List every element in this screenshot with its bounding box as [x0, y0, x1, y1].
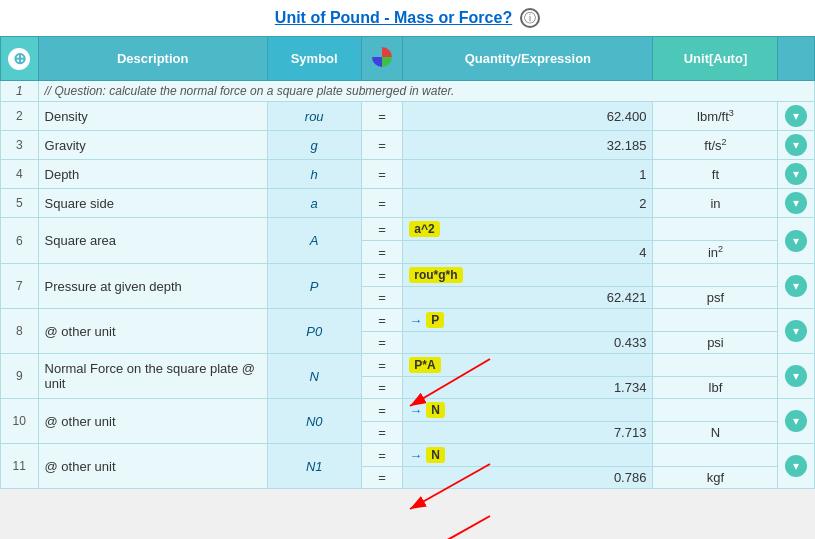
description-cell: Depth — [38, 160, 267, 189]
symbol-cell: A — [267, 218, 361, 264]
symbol-cell: a — [267, 189, 361, 218]
description-cell: Gravity — [38, 131, 267, 160]
expr-cell: P*A — [403, 354, 653, 377]
dropdown-cell[interactable]: ▾ — [778, 264, 815, 309]
equals-cell: = — [361, 399, 403, 422]
equals-cell: = — [361, 309, 403, 332]
dropdown-cell[interactable]: ▾ — [778, 160, 815, 189]
symbol-cell: g — [267, 131, 361, 160]
description-cell: Normal Force on the square plate @ unit — [38, 354, 267, 399]
unit-header: Unit[Auto] — [653, 37, 778, 81]
row-number: 6 — [1, 218, 39, 264]
value-cell: 0.433 — [403, 332, 653, 354]
equals-cell: = — [361, 160, 403, 189]
value-cell: 1 — [403, 160, 653, 189]
table-row: 11 @ other unit N1 = → N ▾ — [1, 444, 815, 467]
symbol-cell: N — [267, 354, 361, 399]
description-header: Description — [38, 37, 267, 81]
value-cell: 62.400 — [403, 102, 653, 131]
dropdown-button[interactable]: ▾ — [785, 410, 807, 432]
svg-line-3 — [410, 516, 490, 539]
equals-cell: = — [361, 467, 403, 489]
table-body: 1 // Question: calculate the normal forc… — [1, 81, 815, 489]
symbol-cell: N1 — [267, 444, 361, 489]
title-bar: Unit of Pound - Mass or Force? ⓘ — [0, 8, 815, 28]
dropdown-button[interactable]: ▾ — [785, 455, 807, 477]
dropdown-button[interactable]: ▾ — [785, 365, 807, 387]
unit-cell-empty — [653, 444, 778, 467]
page-title[interactable]: Unit of Pound - Mass or Force? — [275, 9, 512, 27]
row-number: 1 — [1, 81, 39, 102]
ref-container: → N — [409, 402, 445, 418]
unit-cell: lbf — [653, 377, 778, 399]
unit-cell-empty — [653, 218, 778, 241]
dropdown-button[interactable]: ▾ — [785, 134, 807, 156]
row-number: 3 — [1, 131, 39, 160]
description-cell: Density — [38, 102, 267, 131]
equals-cell: = — [361, 131, 403, 160]
ref-cell: → N — [403, 399, 653, 422]
ref-cell: → N — [403, 444, 653, 467]
value-cell: 1.734 — [403, 377, 653, 399]
unit-cell-empty — [653, 399, 778, 422]
dropdown-header — [778, 37, 815, 81]
row-number: 11 — [1, 444, 39, 489]
dropdown-cell[interactable]: ▾ — [778, 102, 815, 131]
pie-header — [361, 37, 403, 81]
dropdown-cell[interactable]: ▾ — [778, 189, 815, 218]
main-table: ⊕ Description Symbol Quantity/Expression — [0, 36, 815, 489]
equals-cell: = — [361, 287, 403, 309]
unit-cell-empty — [653, 354, 778, 377]
unit-cell-empty — [653, 264, 778, 287]
add-row-button[interactable]: ⊕ — [8, 48, 30, 70]
dropdown-button[interactable]: ▾ — [785, 230, 807, 252]
row-number: 9 — [1, 354, 39, 399]
row-number: 2 — [1, 102, 39, 131]
description-cell: @ other unit — [38, 444, 267, 489]
dropdown-button[interactable]: ▾ — [785, 105, 807, 127]
info-icon[interactable]: ⓘ — [520, 8, 540, 28]
unit-cell: psf — [653, 287, 778, 309]
unit-cell-empty — [653, 309, 778, 332]
expression-badge: P*A — [409, 357, 440, 373]
arrow-indicator: → — [409, 313, 422, 328]
dropdown-cell[interactable]: ▾ — [778, 309, 815, 354]
dropdown-cell[interactable]: ▾ — [778, 218, 815, 264]
symbol-cell: rou — [267, 102, 361, 131]
dropdown-button[interactable]: ▾ — [785, 275, 807, 297]
unit-cell: in — [653, 189, 778, 218]
dropdown-button[interactable]: ▾ — [785, 163, 807, 185]
dropdown-cell[interactable]: ▾ — [778, 444, 815, 489]
expression-badge: a^2 — [409, 221, 439, 237]
dropdown-cell[interactable]: ▾ — [778, 354, 815, 399]
value-cell: 2 — [403, 189, 653, 218]
description-cell: Pressure at given depth — [38, 264, 267, 309]
row-number: 8 — [1, 309, 39, 354]
ref-badge: N — [426, 447, 445, 463]
dropdown-cell[interactable]: ▾ — [778, 131, 815, 160]
unit-cell: ft/s2 — [653, 131, 778, 160]
equals-cell: = — [361, 189, 403, 218]
value-cell: 7.713 — [403, 422, 653, 444]
table-row: 8 @ other unit P0 = → P ▾ — [1, 309, 815, 332]
add-column-header[interactable]: ⊕ — [1, 37, 39, 81]
description-cell: Square area — [38, 218, 267, 264]
equals-cell: = — [361, 218, 403, 241]
symbol-cell: P0 — [267, 309, 361, 354]
equals-cell: = — [361, 332, 403, 354]
unit-cell: kgf — [653, 467, 778, 489]
dropdown-button[interactable]: ▾ — [785, 320, 807, 342]
unit-cell: N — [653, 422, 778, 444]
symbol-header: Symbol — [267, 37, 361, 81]
equals-cell: = — [361, 422, 403, 444]
description-cell: @ other unit — [38, 399, 267, 444]
table-row: 3 Gravity g = 32.185 ft/s2 ▾ — [1, 131, 815, 160]
dropdown-cell[interactable]: ▾ — [778, 399, 815, 444]
arrow-indicator: → — [409, 448, 422, 463]
dropdown-button[interactable]: ▾ — [785, 192, 807, 214]
row-number: 7 — [1, 264, 39, 309]
ref-cell: → P — [403, 309, 653, 332]
description-cell: Square side — [38, 189, 267, 218]
comment-text: // Question: calculate the normal force … — [38, 81, 814, 102]
table-row: 5 Square side a = 2 in ▾ — [1, 189, 815, 218]
